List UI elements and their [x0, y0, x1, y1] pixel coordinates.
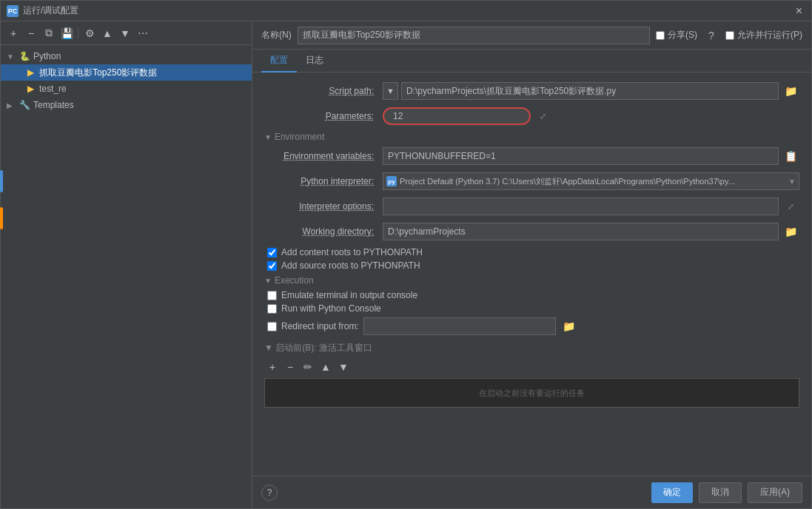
environment-expand-icon[interactable]: ▼	[264, 133, 272, 141]
left-panel: + − ⧉ 💾 ⚙ ▲ ▼ ⋯ ▼ 🐍 Python ▶	[1, 21, 252, 508]
before-launch-up-button[interactable]: ▲	[318, 359, 334, 375]
name-input[interactable]	[298, 27, 650, 44]
env-vars-input[interactable]	[383, 147, 779, 165]
redirect-folder-button[interactable]: 📁	[560, 317, 578, 335]
working-dir-field: 📁	[383, 223, 799, 240]
tree-item-templates[interactable]: ▶ 🔧 Templates	[1, 97, 252, 113]
tree-item-test-re[interactable]: ▶ test_re	[1, 81, 252, 97]
run-with-python-checkbox[interactable]	[267, 304, 277, 314]
script-path-dropdown[interactable]: ▼	[383, 82, 398, 100]
env-vars-edit-button[interactable]: 📋	[782, 147, 799, 165]
apply-button[interactable]: 应用(A)	[748, 482, 802, 503]
up-button[interactable]: ▲	[99, 25, 115, 41]
interpreter-chevron-icon: ▼	[788, 178, 796, 186]
help-icon-top[interactable]: ?	[703, 27, 719, 44]
share-checkbox[interactable]	[656, 31, 665, 40]
interpreter-options-row: Interpreter options: ⤢	[264, 197, 799, 216]
dialog-title: 运行/调试配置	[23, 4, 793, 17]
top-right-controls: 分享(S) ? 允许并行运行(P)	[656, 27, 802, 44]
interpreter-options-label: Interpreter options:	[264, 201, 383, 212]
interpreter-options-input[interactable]	[383, 198, 779, 215]
bottom-bar: ? 确定 取消 应用(A)	[252, 476, 811, 508]
add-source-roots-checkbox[interactable]	[267, 261, 277, 271]
parameters-input[interactable]	[383, 107, 531, 125]
copy-config-button[interactable]: ⧉	[41, 25, 57, 41]
env-vars-field: 📋	[383, 147, 799, 165]
save-config-button[interactable]: 💾	[58, 25, 75, 41]
parameters-row: Parameters: ⤢	[264, 107, 799, 126]
redirect-label: Redirect input from:	[281, 321, 359, 331]
share-label: 分享(S)	[668, 29, 697, 41]
python-group-icon: 🐍	[19, 50, 30, 62]
help-button[interactable]: ?	[261, 485, 278, 501]
toolbar-separator	[78, 27, 78, 39]
app-icon: PC	[7, 5, 19, 17]
name-row: 名称(N) 分享(S) ? 允许并行运行(P)	[252, 21, 811, 50]
tree-item-test-label: test_re	[39, 84, 67, 94]
tree-item-main-script[interactable]: ▶ 抓取豆瓣电影Top250影评数据	[1, 64, 252, 81]
expand-python-icon: ▼	[7, 53, 19, 61]
redirect-row: Redirect input from: 📁	[264, 317, 799, 336]
right-panel: 名称(N) 分享(S) ? 允许并行运行(P) 配置 日志	[252, 21, 811, 508]
emulate-terminal-label: Emulate terminal in output console	[281, 290, 417, 300]
working-dir-folder-button[interactable]: 📁	[782, 223, 799, 240]
before-launch-down-button[interactable]: ▼	[335, 359, 352, 375]
execution-section-title: Execution	[275, 275, 314, 286]
script-icon-1: ▶	[24, 67, 36, 78]
share-row: 分享(S)	[656, 29, 697, 41]
settings-button[interactable]: ⚙	[81, 25, 98, 41]
env-vars-row: Environment variables: 📋	[264, 146, 799, 166]
left-toolbar: + − ⧉ 💾 ⚙ ▲ ▼ ⋯	[1, 21, 252, 45]
config-tree: ▼ 🐍 Python ▶ 抓取豆瓣电影Top250影评数据 ▶ test_re …	[1, 45, 252, 508]
run-with-python-row: Run with Python Console	[264, 303, 799, 314]
redirect-checkbox[interactable]	[267, 322, 277, 331]
title-bar: PC 运行/调试配置 ×	[1, 1, 811, 21]
tab-config[interactable]: 配置	[261, 50, 297, 73]
script-path-folder-button[interactable]: 📁	[782, 82, 799, 100]
tabs-bar: 配置 日志	[252, 50, 811, 73]
parallel-checkbox[interactable]	[725, 31, 734, 40]
cancel-button[interactable]: 取消	[699, 482, 742, 503]
remove-config-button[interactable]: −	[23, 25, 39, 41]
ok-button[interactable]: 确定	[651, 482, 693, 503]
main-content: + − ⧉ 💾 ⚙ ▲ ▼ ⋯ ▼ 🐍 Python ▶	[1, 21, 811, 508]
interpreter-label: Python interpreter:	[264, 176, 383, 186]
env-vars-label: Environment variables:	[264, 151, 383, 161]
name-label: 名称(N)	[261, 29, 292, 41]
expand-templates-icon: ▶	[7, 101, 19, 109]
add-content-roots-checkbox[interactable]	[267, 248, 277, 257]
before-launch-add-button[interactable]: +	[264, 359, 281, 375]
before-launch-empty-label: 在启动之前没有要运行的任务	[479, 388, 585, 399]
working-dir-input[interactable]	[383, 223, 779, 240]
tree-group-python[interactable]: ▼ 🐍 Python	[1, 48, 252, 64]
parameters-expand-button[interactable]: ⤢	[534, 107, 551, 125]
tab-log[interactable]: 日志	[297, 50, 332, 73]
templates-icon: 🔧	[19, 99, 30, 111]
add-source-roots-label: Add source roots to PYTHONPATH	[281, 260, 420, 271]
redirect-input[interactable]	[363, 317, 556, 335]
more-button[interactable]: ⋯	[135, 25, 151, 41]
emulate-terminal-checkbox[interactable]	[267, 291, 277, 300]
interpreter-options-expand[interactable]: ⤢	[782, 198, 799, 215]
interpreter-text: Project Default (Python 3.7) C:\Users\刘监…	[400, 176, 785, 187]
before-launch-header: ▼ 启动前(B): 激活工具窗口	[264, 342, 799, 354]
environment-section-title: Environment	[275, 132, 324, 142]
close-button[interactable]: ×	[793, 4, 805, 18]
side-indicator-blue	[1, 170, 3, 192]
dialog: PC 运行/调试配置 × + − ⧉ 💾 ⚙ ▲ ▼ ⋯ ▼ 🐍	[0, 0, 812, 509]
script-path-row: Script path: ▼ 📁	[264, 81, 799, 101]
script-path-input[interactable]	[401, 82, 779, 100]
before-launch-remove-button[interactable]: −	[282, 359, 298, 375]
add-config-button[interactable]: +	[5, 25, 21, 41]
parallel-label: 允许并行运行(P)	[737, 29, 802, 41]
interpreter-select[interactable]: py Project Default (Python 3.7) C:\Users…	[383, 172, 799, 190]
down-button[interactable]: ▼	[117, 25, 133, 41]
config-area: Script path: ▼ 📁 Parameters: ⤢	[252, 73, 811, 476]
execution-expand-icon[interactable]: ▼	[264, 277, 272, 285]
py-icon: py	[386, 176, 397, 186]
tree-item-main-label: 抓取豆瓣电影Top250影评数据	[39, 67, 157, 79]
add-source-roots-row: Add source roots to PYTHONPATH	[264, 260, 799, 271]
before-launch-edit-button[interactable]: ✏	[300, 359, 316, 375]
script-icon-2: ▶	[24, 83, 36, 95]
execution-section-header: ▼ Execution	[264, 275, 799, 286]
